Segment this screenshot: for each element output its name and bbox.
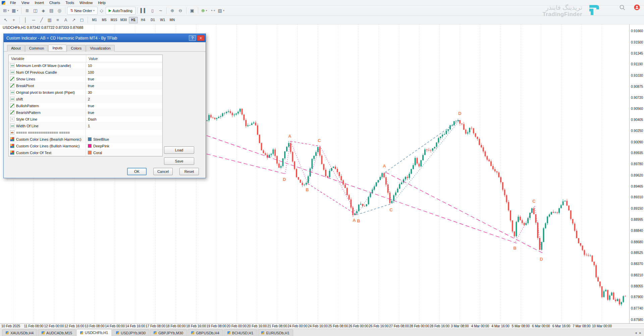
timeframe-d1[interactable]: D1 xyxy=(148,17,157,23)
data-window-button[interactable]: ◫ xyxy=(31,7,39,14)
strategy-tester-button[interactable]: ◎ xyxy=(55,7,63,14)
dialog-tab-inputs[interactable]: Inputs xyxy=(48,45,66,51)
param-row[interactable]: 123Original pivot to broken pivot (Pipet… xyxy=(9,89,162,96)
time-axis[interactable]: 10 Feb 202511 Feb 08:0012 Feb 00:0012 Fe… xyxy=(0,323,644,329)
crosshair-tool[interactable]: + xyxy=(10,16,18,24)
timeframe-mn[interactable]: MN xyxy=(168,17,177,23)
param-row[interactable]: Custom Color Lines (Bullish Harmonic)Dee… xyxy=(9,143,162,149)
param-value[interactable]: 100 xyxy=(86,69,162,75)
market-watch-button[interactable]: ≣ xyxy=(23,7,31,14)
equidistant-channel-tool[interactable]: ▥ xyxy=(46,16,54,24)
load-button[interactable]: Load xyxy=(164,146,194,154)
param-value[interactable]: 10 xyxy=(86,62,162,69)
save-button[interactable]: Save xyxy=(164,157,194,165)
menu-insert[interactable]: Insert xyxy=(32,0,47,5)
param-value[interactable]: true xyxy=(86,103,162,109)
user-profile-icon[interactable] xyxy=(634,4,640,12)
param-value[interactable]: Dash xyxy=(86,116,162,122)
new-order-button[interactable]: ⇅New Order▾ xyxy=(67,7,97,15)
chart-tab-usdjpyb-m30[interactable]: USDJPYb,M30 xyxy=(112,329,149,336)
arrows-tool[interactable]: ↗ xyxy=(70,16,78,24)
metaeditor-button[interactable]: ◇ xyxy=(98,7,106,14)
param-value[interactable]: 1 xyxy=(86,123,162,129)
dialog-title-bar[interactable]: Custom Indicator - AB = CD Harmonic Patt… xyxy=(4,34,206,42)
timeframe-h1[interactable]: H1 xyxy=(129,17,138,23)
param-row[interactable]: Custom Color Lines (Bearish Harmonic)Ste… xyxy=(9,136,162,143)
param-value[interactable]: true xyxy=(86,109,162,116)
horizontal-line-tool[interactable]: ─ xyxy=(30,16,38,24)
dialog-close-button[interactable]: × xyxy=(197,35,204,41)
param-value[interactable]: true xyxy=(86,82,162,89)
menu-window[interactable]: Window xyxy=(77,0,95,5)
menu-view[interactable]: View xyxy=(19,0,32,5)
chart-tab-xauusdb-h4[interactable]: XAUUSDb,H4 xyxy=(2,329,37,336)
param-row[interactable]: BearishPatterntrue xyxy=(9,109,162,116)
param-row[interactable]: ≡Style Of LineDash xyxy=(9,116,162,123)
price-scale[interactable]: 0.916600.915000.913450.911900.910300.908… xyxy=(629,24,644,323)
templates-button[interactable]: ▨▾ xyxy=(217,7,226,14)
param-row[interactable]: 123Num Of Previous Candle100 xyxy=(9,69,162,76)
chart-tab-gbpusdb-h4[interactable]: GBPUSDb,H4 xyxy=(187,329,223,336)
param-value[interactable] xyxy=(86,129,162,136)
bar-chart-button[interactable]: ▍▍ xyxy=(139,7,149,14)
chart-tab-gbpjpyb-m30[interactable]: GBPJPYb,M30 xyxy=(150,329,187,336)
param-row[interactable]: ab===== ============== ===== xyxy=(9,129,162,136)
chart-tab-eurusdb-h1[interactable]: EURUSDb,H1 xyxy=(258,329,293,336)
trendline-tool[interactable]: ╱ xyxy=(38,16,46,24)
timeframe-h4[interactable]: H4 xyxy=(139,17,148,23)
fibonacci-tool[interactable]: ≡ xyxy=(54,16,62,24)
ok-button[interactable]: OK xyxy=(127,168,147,175)
tile-windows-button[interactable]: ▣ xyxy=(188,7,196,14)
timeframe-m30[interactable]: M30 xyxy=(119,17,128,23)
param-row[interactable]: 123Minimum Lenth Of Wave (candle)10 xyxy=(9,62,162,69)
zoom-in-button[interactable]: ⊕ xyxy=(168,7,176,14)
menu-help[interactable]: Help xyxy=(95,0,108,5)
indicators-button[interactable]: ⊕▾ xyxy=(200,7,209,14)
timeframe-m1[interactable]: M1 xyxy=(90,17,99,23)
new-chart-button[interactable]: ⊞▾ xyxy=(2,7,10,14)
menu-tools[interactable]: Tools xyxy=(63,0,77,5)
periods-button[interactable]: ◔▾ xyxy=(209,7,217,14)
param-row[interactable]: BreakPivottrue xyxy=(9,82,162,89)
param-row[interactable]: 123Width Of Line1 xyxy=(9,123,162,129)
dialog-tab-common[interactable]: Common xyxy=(25,45,48,52)
cursor-tool[interactable]: ↖ xyxy=(2,16,10,24)
param-value[interactable]: DeepPink xyxy=(86,143,162,149)
dialog-tab-visualization[interactable]: Visualization xyxy=(86,45,115,52)
param-row[interactable]: Custom Color Of TextCoral xyxy=(9,149,162,156)
timeframe-m15[interactable]: M15 xyxy=(109,17,118,23)
param-value[interactable]: SteelBlue xyxy=(86,136,162,142)
chart-tab-usdchfb-h1[interactable]: USDCHFb,H1 xyxy=(76,329,112,336)
menu-file[interactable]: File xyxy=(7,0,19,5)
dialog-tab-about[interactable]: About xyxy=(7,45,25,52)
timeframe-w1[interactable]: W1 xyxy=(158,17,167,23)
navigator-button[interactable]: ◈ xyxy=(39,7,47,14)
zoom-out-button[interactable]: ⊖ xyxy=(176,7,184,14)
vertical-line-tool[interactable]: │ xyxy=(21,16,30,24)
dialog-tab-colors[interactable]: Colors xyxy=(67,45,86,52)
param-value[interactable]: Coral xyxy=(86,149,162,156)
candlestick-chart-button[interactable]: ▯ xyxy=(149,7,157,14)
line-chart-button[interactable]: ∼ xyxy=(157,7,165,14)
terminal-button[interactable]: ▤ xyxy=(47,7,55,14)
profiles-button[interactable]: ▦▾ xyxy=(10,7,19,14)
dialog-help-button[interactable]: ? xyxy=(189,35,196,41)
shapes-tool[interactable]: ◻ xyxy=(78,16,86,24)
param-value[interactable]: 2 xyxy=(86,96,162,102)
tab-scroll-right-icon[interactable]: ▸ xyxy=(639,331,641,335)
reset-button[interactable]: Reset xyxy=(179,168,199,175)
text-tool[interactable]: A xyxy=(62,16,70,24)
param-value[interactable]: 30 xyxy=(86,89,162,95)
param-row[interactable]: 123shift2 xyxy=(9,96,162,103)
autotrading-button[interactable]: ▶AutoTrading xyxy=(106,7,136,15)
param-row[interactable]: BullishPatterntrue xyxy=(9,103,162,109)
param-value[interactable]: true xyxy=(86,76,162,82)
search-icon[interactable] xyxy=(619,4,625,12)
param-row[interactable]: Show Linestrue xyxy=(9,76,162,82)
tab-scroll-left-icon[interactable]: ◂ xyxy=(635,331,637,335)
menu-charts[interactable]: Charts xyxy=(47,0,63,5)
cancel-button[interactable]: Cancel xyxy=(153,168,173,175)
chart-tab-audcadb-m15[interactable]: AUDCADb,M15 xyxy=(38,329,76,336)
chart-tab-bchusd-h1[interactable]: BCHUSD,H1 xyxy=(224,329,257,336)
timeframe-m5[interactable]: M5 xyxy=(100,17,109,23)
